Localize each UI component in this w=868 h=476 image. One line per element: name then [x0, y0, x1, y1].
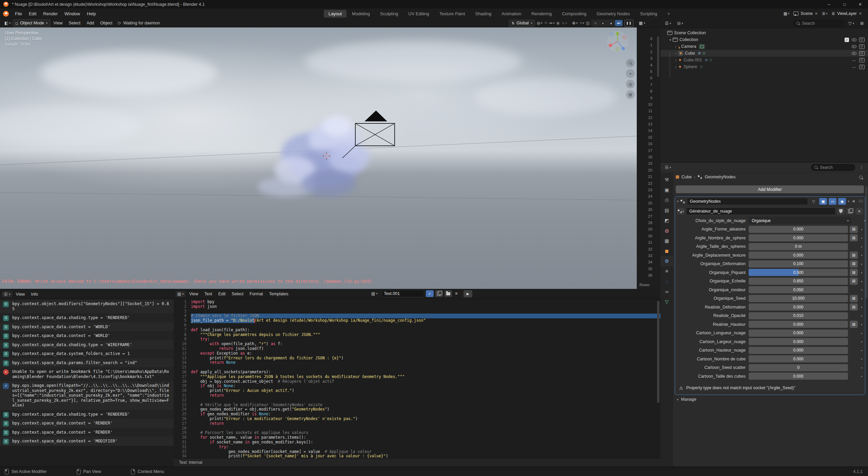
- param-slider-organique-rondeur[interactable]: 0.050: [749, 286, 848, 293]
- hide-viewport-eye-icon[interactable]: [852, 64, 856, 69]
- animate-decorator-dot[interactable]: ●: [858, 254, 865, 256]
- shading-rendered-button[interactable]: ●▾: [615, 20, 623, 26]
- properties-tab-output[interactable]: ⎙: [660, 195, 673, 205]
- log-row[interactable]: ☰bpy.context.space_data.shading.type = '…: [0, 410, 174, 419]
- outliner-filter-icon[interactable]: ▽▾: [847, 20, 856, 26]
- properties-tab-constraints[interactable]: ∞: [660, 286, 673, 297]
- editor-type-outliner-icon[interactable]: ☰▾: [663, 20, 673, 26]
- animate-decorator-dot[interactable]: ●: [858, 358, 865, 360]
- workspace-tab-sculpting[interactable]: Sculpting: [375, 10, 403, 18]
- properties-tab-tool[interactable]: ⚒: [660, 175, 673, 185]
- animate-decorator-dot[interactable]: ●: [858, 340, 865, 343]
- menu-file[interactable]: File: [12, 9, 25, 19]
- input-attribute-toggle-icon[interactable]: ⊞: [850, 252, 858, 259]
- animate-decorator-dot[interactable]: ●: [858, 332, 865, 334]
- outliner-item-cube[interactable]: ›▼Cube⚙▽: [660, 50, 868, 57]
- log-row[interactable]: ☰bpy.context.space_data.shading.type = '…: [0, 313, 174, 322]
- log-row[interactable]: ☰bpy.context.space_data.context = 'MODIF…: [0, 437, 174, 446]
- pivot-point-dropdown[interactable]: ◎▾: [537, 21, 542, 25]
- camera-view-icon[interactable]: ◎: [626, 80, 635, 88]
- blender-menu-icon[interactable]: [3, 11, 9, 17]
- param-slider-cartoon-largeur-nuage[interactable]: 0.000: [749, 338, 848, 345]
- drag-handle-icon[interactable]: ⠿⠿: [858, 199, 863, 204]
- manage-subpanel[interactable]: ▸ Manage: [677, 397, 696, 402]
- shading-material-button[interactable]: ◕: [607, 20, 615, 26]
- modifier-name-field[interactable]: GeometryNodes: [687, 198, 808, 205]
- outliner-item-scene-collection[interactable]: Scene Collection: [660, 29, 868, 36]
- log-row[interactable]: ☰bpy.context.space_data.shading.type = '…: [0, 340, 174, 350]
- viewport-menu-view[interactable]: View: [51, 21, 66, 25]
- pin-id-icon[interactable]: [859, 175, 863, 180]
- input-attribute-toggle-icon[interactable]: ⊞: [850, 278, 858, 285]
- modifier-extras-dropdown-icon[interactable]: ▾: [848, 200, 849, 203]
- properties-search-input[interactable]: Search: [811, 164, 855, 171]
- show-overlays-icon[interactable]: ◔▾: [579, 21, 584, 25]
- properties-tab-view-layer[interactable]: ▤: [660, 205, 673, 215]
- open-text-folder-icon[interactable]: [445, 290, 452, 297]
- log-row[interactable]: ☰bpy.context.space_data.context = 'RENDE…: [0, 419, 174, 428]
- pause-preview-button[interactable]: ❚❚: [625, 20, 633, 27]
- log-row[interactable]: ✓bpy.ops.image.open(filepath="//..\\..\\…: [0, 381, 174, 410]
- param-slider-realiste-d-formation[interactable]: 0.000: [749, 303, 848, 311]
- param-slider-realiste-hauteur[interactable]: 0.000: [749, 321, 848, 328]
- mode-dropdown[interactable]: ◻ Object Mode ▾: [13, 19, 51, 27]
- properties-options-icon[interactable]: ⋮: [858, 164, 865, 171]
- disable-render-icon[interactable]: [859, 44, 865, 49]
- remove-modifier-icon[interactable]: ✕: [851, 199, 856, 204]
- workspace-tab-layout[interactable]: Layout: [324, 10, 347, 18]
- unlink-node-group-icon[interactable]: ✕: [855, 208, 863, 215]
- camera-object[interactable]: [336, 107, 414, 165]
- browse-text-icon[interactable]: ▤▾: [370, 291, 379, 297]
- viewport-canvas[interactable]: +◎⊞ User Perspective (1) Collection | Cu…: [0, 27, 637, 289]
- viewport-menu-object[interactable]: Object: [97, 21, 115, 25]
- param-slider-cartoon-taille-des-cubes[interactable]: 0.000: [749, 373, 848, 380]
- toggle-grid-icon[interactable]: ⊞: [626, 90, 635, 99]
- text-editor-scrollbar[interactable]: [657, 301, 659, 403]
- new-text-copy-icon[interactable]: [435, 290, 443, 297]
- node-group-name-field[interactable]: Générateur_de_nuage: [686, 207, 835, 215]
- shading-solid-button[interactable]: ◐: [599, 20, 607, 26]
- animate-decorator-dot[interactable]: ●: [858, 237, 865, 239]
- collapse-chevron-icon[interactable]: ▾: [677, 200, 679, 203]
- toggle-xray-icon[interactable]: ▥: [586, 21, 590, 25]
- editor-type-spreadsheet-icon[interactable]: ▦: [639, 21, 643, 25]
- properties-tab-world[interactable]: ◍: [660, 225, 673, 236]
- workspace-tab-compositing[interactable]: Compositing: [557, 10, 591, 18]
- param-slider-organique-piquant[interactable]: 0.500: [749, 269, 848, 276]
- menu-help[interactable]: Help: [83, 9, 99, 19]
- properties-tab-particles[interactable]: ✳: [660, 266, 673, 276]
- info-menu-view[interactable]: View: [13, 292, 28, 297]
- workspace-tab-shading[interactable]: Shading: [471, 10, 496, 18]
- disable-render-icon[interactable]: [859, 38, 865, 42]
- expand-chevron-icon[interactable]: ›: [673, 52, 678, 55]
- properties-tab-object[interactable]: ◼: [660, 246, 673, 256]
- display-realtime-toggle[interactable]: ▭: [829, 198, 836, 205]
- animate-decorator-dot[interactable]: ●: [858, 289, 865, 291]
- param-slider-realiste-opacit[interactable]: 0.010: [749, 312, 848, 319]
- viewlayer-selector[interactable]: ≣ ViewLayer ✕: [830, 11, 864, 17]
- param-slider-organique-echelle[interactable]: 0.850: [749, 278, 848, 285]
- text-menu-edit[interactable]: Edit: [215, 292, 229, 296]
- input-attribute-toggle-icon[interactable]: ⊞: [850, 260, 858, 267]
- add-modifier-button[interactable]: Add Modifier: [676, 185, 864, 193]
- workspace-tab-uv-editing[interactable]: UV Editing: [403, 10, 434, 18]
- workspace-tab-texture-paint[interactable]: Texture Paint: [435, 10, 470, 18]
- param-slider-argile-taille-des-spheres[interactable]: 0 m: [749, 243, 848, 250]
- scene-selector[interactable]: Scene ✕: [791, 11, 820, 17]
- display-render-toggle[interactable]: ◉: [838, 198, 846, 205]
- properties-tab-scene[interactable]: ◩: [660, 215, 673, 225]
- animate-decorator-dot[interactable]: ●: [858, 228, 865, 231]
- hide-viewport-eye-icon[interactable]: [852, 58, 856, 62]
- text-menu-text[interactable]: Text: [201, 292, 215, 296]
- breadcrumb-object[interactable]: Cube: [682, 175, 692, 179]
- outliner-item-cube-001[interactable]: ›▼Cube.001⚙▽: [660, 57, 868, 63]
- text-menu-format[interactable]: Format: [246, 292, 266, 296]
- text-menu-view[interactable]: View: [186, 292, 201, 296]
- collection-checkbox[interactable]: ✓: [845, 38, 849, 42]
- outliner-item-sphere[interactable]: ›▼Sphere▽: [660, 63, 868, 70]
- disable-render-icon[interactable]: [859, 58, 865, 62]
- disable-render-icon[interactable]: [859, 65, 865, 69]
- viewlayer-browse-icon[interactable]: ≣▾: [822, 11, 828, 16]
- properties-tab-collection[interactable]: ▦: [660, 236, 673, 246]
- new-node-group-copy-icon[interactable]: [846, 208, 854, 215]
